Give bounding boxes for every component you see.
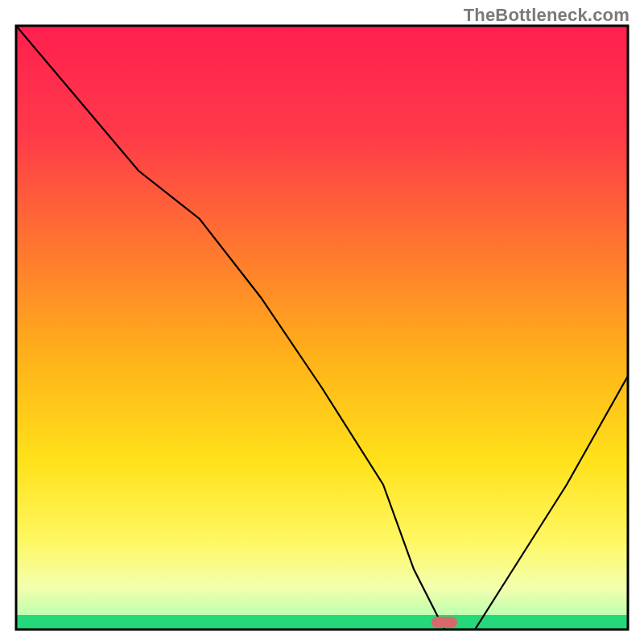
chart-container: TheBottleneck.com (0, 0, 644, 644)
plot-area (16, 26, 628, 630)
optimal-band (16, 615, 628, 630)
bottleneck-chart (0, 0, 644, 644)
optimum-marker-icon (431, 617, 457, 628)
gradient-background (16, 26, 628, 630)
